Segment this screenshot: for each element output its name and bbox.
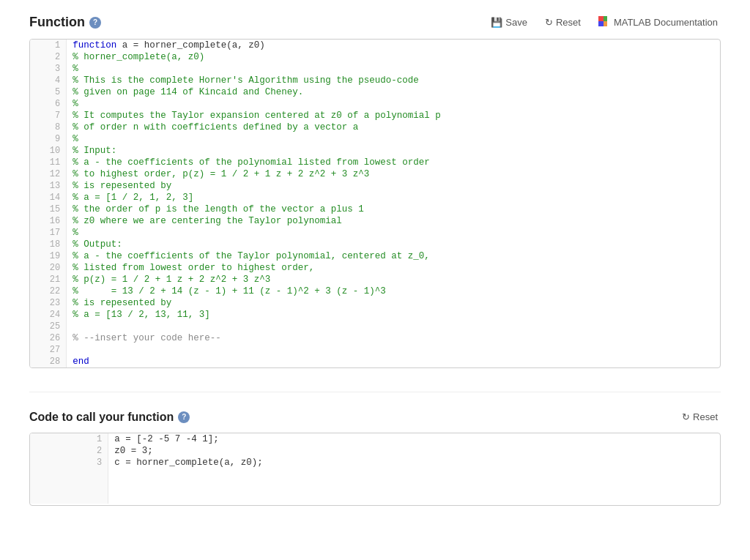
table-row <box>30 468 720 480</box>
call-reset-label: Reset <box>693 411 718 422</box>
save-label: Save <box>505 17 527 28</box>
table-row: 19 % a - the coefficients of the Taylor … <box>30 250 720 262</box>
table-row <box>30 492 720 504</box>
function-section-header: Function ? 💾 Save ↻ Reset <box>29 15 721 30</box>
table-row: 3 % <box>30 63 720 75</box>
table-row: 13 % is repesented by <box>30 180 720 192</box>
table-row: 26 % --insert your code here-- <box>30 332 720 344</box>
call-section-header: Code to call your function ? ↻ Reset <box>29 410 721 424</box>
svg-rect-1 <box>604 16 607 21</box>
function-code-editor[interactable]: 1 function a = horner_complete(a, z0) 2 … <box>29 39 721 368</box>
function-help-icon[interactable]: ? <box>89 17 101 29</box>
svg-rect-3 <box>604 21 607 26</box>
call-section: Code to call your function ? ↻ Reset 1 a… <box>29 410 721 506</box>
table-row: 12 % to highest order, p(z) = 1 / 2 + 1 … <box>30 168 720 180</box>
table-row: 1 function a = horner_complete(a, z0) <box>30 40 720 51</box>
table-row: 11 % a - the coefficients of the polynom… <box>30 157 720 168</box>
call-reset-icon: ↻ <box>682 411 690 422</box>
call-section-title: Code to call your function <box>29 411 174 424</box>
call-title-group: Code to call your function ? <box>29 411 190 424</box>
table-row: 9 % <box>30 133 720 145</box>
svg-rect-2 <box>598 21 604 26</box>
table-row: 28 end <box>30 356 720 367</box>
call-reset-button[interactable]: ↻ Reset <box>679 410 721 424</box>
table-row: 23 % is repesented by <box>30 297 720 309</box>
table-row: 1 a = [-2 -5 7 -4 1]; <box>30 433 720 445</box>
svg-rect-0 <box>598 16 604 21</box>
function-section-title: Function <box>29 15 85 30</box>
reset-icon: ↻ <box>545 17 553 28</box>
table-row: 2 % horner_complete(a, z0) <box>30 51 720 63</box>
matlab-icon <box>598 16 610 29</box>
table-row: 25 <box>30 321 720 332</box>
matlab-doc-button[interactable]: MATLAB Documentation <box>595 15 721 30</box>
table-row: 18 % Output: <box>30 239 720 250</box>
call-code-lines: 1 a = [-2 -5 7 -4 1]; 2 z0 = 3; 3 c = ho… <box>30 433 720 504</box>
table-row: 3 c = horner_complete(a, z0); <box>30 457 720 468</box>
table-row: 5 % given on page 114 of Kincaid and Che… <box>30 86 720 98</box>
function-code-lines: 1 function a = horner_complete(a, z0) 2 … <box>30 40 720 367</box>
table-row: 4 % This is the complete Horner's Algori… <box>30 75 720 86</box>
save-icon: 💾 <box>491 17 502 28</box>
table-row: 20 % listed from lowest order to highest… <box>30 262 720 274</box>
table-row: 21 % p(z) = 1 / 2 + 1 z + 2 z^2 + 3 z^3 <box>30 274 720 285</box>
table-row: 22 % = 13 / 2 + 14 (z - 1) + 11 (z - 1)^… <box>30 285 720 297</box>
matlab-doc-label: MATLAB Documentation <box>614 17 718 28</box>
call-help-icon[interactable]: ? <box>178 411 190 423</box>
table-row: 27 <box>30 344 720 356</box>
reset-button[interactable]: ↻ Reset <box>542 15 584 29</box>
reset-label: Reset <box>556 17 581 28</box>
page-container: Function ? 💾 Save ↻ Reset <box>0 0 750 544</box>
table-row: 15 % the order of p is the length of the… <box>30 204 720 215</box>
table-row: 17 % <box>30 227 720 239</box>
table-row: 16 % z0 where we are centering the Taylo… <box>30 215 720 227</box>
section-divider <box>29 392 721 392</box>
table-row: 8 % of order n with coefficients defined… <box>30 122 720 133</box>
table-row: 14 % a = [1 / 2, 1, 2, 3] <box>30 192 720 204</box>
table-row: 6 % <box>30 98 720 110</box>
function-title-group: Function ? <box>29 15 101 30</box>
matlab-logo-icon <box>598 16 610 26</box>
table-row: 10 % Input: <box>30 145 720 157</box>
table-row <box>30 480 720 492</box>
save-button[interactable]: 💾 Save <box>488 15 530 29</box>
call-code-editor[interactable]: 1 a = [-2 -5 7 -4 1]; 2 z0 = 3; 3 c = ho… <box>29 433 721 506</box>
table-row: 7 % It computes the Taylor expansion cen… <box>30 110 720 122</box>
function-section-actions: 💾 Save ↻ Reset MATLAB Documentation <box>488 15 721 30</box>
table-row: 2 z0 = 3; <box>30 445 720 457</box>
table-row: 24 % a = [13 / 2, 13, 11, 3] <box>30 309 720 321</box>
